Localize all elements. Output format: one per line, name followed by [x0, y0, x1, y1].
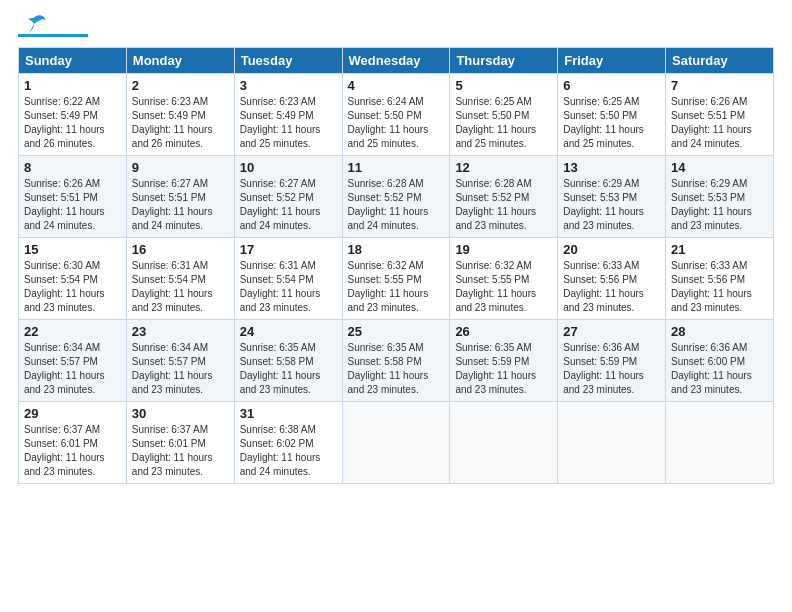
empty-cell — [450, 402, 558, 484]
week-row-1: 1Sunrise: 6:22 AM Sunset: 5:49 PM Daylig… — [19, 74, 774, 156]
day-number: 1 — [24, 78, 121, 93]
day-cell-26: 26Sunrise: 6:35 AM Sunset: 5:59 PM Dayli… — [450, 320, 558, 402]
day-cell-29: 29Sunrise: 6:37 AM Sunset: 6:01 PM Dayli… — [19, 402, 127, 484]
day-cell-10: 10Sunrise: 6:27 AM Sunset: 5:52 PM Dayli… — [234, 156, 342, 238]
day-number: 14 — [671, 160, 768, 175]
header-monday: Monday — [126, 48, 234, 74]
day-info: Sunrise: 6:31 AM Sunset: 5:54 PM Dayligh… — [132, 259, 229, 315]
day-info: Sunrise: 6:33 AM Sunset: 5:56 PM Dayligh… — [563, 259, 660, 315]
day-cell-21: 21Sunrise: 6:33 AM Sunset: 5:56 PM Dayli… — [666, 238, 774, 320]
calendar-header-row: SundayMondayTuesdayWednesdayThursdayFrid… — [19, 48, 774, 74]
day-cell-11: 11Sunrise: 6:28 AM Sunset: 5:52 PM Dayli… — [342, 156, 450, 238]
day-cell-18: 18Sunrise: 6:32 AM Sunset: 5:55 PM Dayli… — [342, 238, 450, 320]
day-number: 5 — [455, 78, 552, 93]
day-number: 8 — [24, 160, 121, 175]
day-cell-24: 24Sunrise: 6:35 AM Sunset: 5:58 PM Dayli… — [234, 320, 342, 402]
day-number: 23 — [132, 324, 229, 339]
day-cell-17: 17Sunrise: 6:31 AM Sunset: 5:54 PM Dayli… — [234, 238, 342, 320]
day-number: 21 — [671, 242, 768, 257]
day-cell-23: 23Sunrise: 6:34 AM Sunset: 5:57 PM Dayli… — [126, 320, 234, 402]
day-info: Sunrise: 6:35 AM Sunset: 5:58 PM Dayligh… — [348, 341, 445, 397]
day-info: Sunrise: 6:23 AM Sunset: 5:49 PM Dayligh… — [132, 95, 229, 151]
day-cell-25: 25Sunrise: 6:35 AM Sunset: 5:58 PM Dayli… — [342, 320, 450, 402]
day-info: Sunrise: 6:28 AM Sunset: 5:52 PM Dayligh… — [455, 177, 552, 233]
day-info: Sunrise: 6:31 AM Sunset: 5:54 PM Dayligh… — [240, 259, 337, 315]
day-info: Sunrise: 6:35 AM Sunset: 5:58 PM Dayligh… — [240, 341, 337, 397]
day-info: Sunrise: 6:26 AM Sunset: 5:51 PM Dayligh… — [24, 177, 121, 233]
day-info: Sunrise: 6:22 AM Sunset: 5:49 PM Dayligh… — [24, 95, 121, 151]
day-cell-4: 4Sunrise: 6:24 AM Sunset: 5:50 PM Daylig… — [342, 74, 450, 156]
day-cell-14: 14Sunrise: 6:29 AM Sunset: 5:53 PM Dayli… — [666, 156, 774, 238]
day-cell-2: 2Sunrise: 6:23 AM Sunset: 5:49 PM Daylig… — [126, 74, 234, 156]
header-tuesday: Tuesday — [234, 48, 342, 74]
day-info: Sunrise: 6:23 AM Sunset: 5:49 PM Dayligh… — [240, 95, 337, 151]
day-cell-19: 19Sunrise: 6:32 AM Sunset: 5:55 PM Dayli… — [450, 238, 558, 320]
logo — [18, 18, 88, 37]
day-info: Sunrise: 6:33 AM Sunset: 5:56 PM Dayligh… — [671, 259, 768, 315]
day-number: 16 — [132, 242, 229, 257]
header-sunday: Sunday — [19, 48, 127, 74]
day-number: 24 — [240, 324, 337, 339]
day-number: 27 — [563, 324, 660, 339]
day-cell-15: 15Sunrise: 6:30 AM Sunset: 5:54 PM Dayli… — [19, 238, 127, 320]
empty-cell — [558, 402, 666, 484]
week-row-5: 29Sunrise: 6:37 AM Sunset: 6:01 PM Dayli… — [19, 402, 774, 484]
day-info: Sunrise: 6:25 AM Sunset: 5:50 PM Dayligh… — [563, 95, 660, 151]
header-friday: Friday — [558, 48, 666, 74]
day-cell-7: 7Sunrise: 6:26 AM Sunset: 5:51 PM Daylig… — [666, 74, 774, 156]
day-info: Sunrise: 6:32 AM Sunset: 5:55 PM Dayligh… — [348, 259, 445, 315]
day-cell-13: 13Sunrise: 6:29 AM Sunset: 5:53 PM Dayli… — [558, 156, 666, 238]
day-number: 4 — [348, 78, 445, 93]
day-number: 9 — [132, 160, 229, 175]
day-info: Sunrise: 6:37 AM Sunset: 6:01 PM Dayligh… — [24, 423, 121, 479]
day-cell-5: 5Sunrise: 6:25 AM Sunset: 5:50 PM Daylig… — [450, 74, 558, 156]
day-number: 19 — [455, 242, 552, 257]
day-info: Sunrise: 6:28 AM Sunset: 5:52 PM Dayligh… — [348, 177, 445, 233]
day-number: 25 — [348, 324, 445, 339]
day-info: Sunrise: 6:24 AM Sunset: 5:50 PM Dayligh… — [348, 95, 445, 151]
day-info: Sunrise: 6:30 AM Sunset: 5:54 PM Dayligh… — [24, 259, 121, 315]
day-number: 29 — [24, 406, 121, 421]
day-info: Sunrise: 6:25 AM Sunset: 5:50 PM Dayligh… — [455, 95, 552, 151]
day-cell-6: 6Sunrise: 6:25 AM Sunset: 5:50 PM Daylig… — [558, 74, 666, 156]
day-info: Sunrise: 6:29 AM Sunset: 5:53 PM Dayligh… — [563, 177, 660, 233]
week-row-2: 8Sunrise: 6:26 AM Sunset: 5:51 PM Daylig… — [19, 156, 774, 238]
day-cell-8: 8Sunrise: 6:26 AM Sunset: 5:51 PM Daylig… — [19, 156, 127, 238]
day-info: Sunrise: 6:35 AM Sunset: 5:59 PM Dayligh… — [455, 341, 552, 397]
day-number: 10 — [240, 160, 337, 175]
day-cell-31: 31Sunrise: 6:38 AM Sunset: 6:02 PM Dayli… — [234, 402, 342, 484]
logo-underline — [18, 34, 88, 37]
day-info: Sunrise: 6:36 AM Sunset: 5:59 PM Dayligh… — [563, 341, 660, 397]
day-number: 6 — [563, 78, 660, 93]
day-cell-9: 9Sunrise: 6:27 AM Sunset: 5:51 PM Daylig… — [126, 156, 234, 238]
day-cell-1: 1Sunrise: 6:22 AM Sunset: 5:49 PM Daylig… — [19, 74, 127, 156]
day-number: 15 — [24, 242, 121, 257]
day-info: Sunrise: 6:32 AM Sunset: 5:55 PM Dayligh… — [455, 259, 552, 315]
day-cell-20: 20Sunrise: 6:33 AM Sunset: 5:56 PM Dayli… — [558, 238, 666, 320]
day-info: Sunrise: 6:36 AM Sunset: 6:00 PM Dayligh… — [671, 341, 768, 397]
day-info: Sunrise: 6:26 AM Sunset: 5:51 PM Dayligh… — [671, 95, 768, 151]
logo-bird-icon — [20, 14, 48, 36]
day-info: Sunrise: 6:37 AM Sunset: 6:01 PM Dayligh… — [132, 423, 229, 479]
day-number: 20 — [563, 242, 660, 257]
header-thursday: Thursday — [450, 48, 558, 74]
day-cell-22: 22Sunrise: 6:34 AM Sunset: 5:57 PM Dayli… — [19, 320, 127, 402]
day-number: 26 — [455, 324, 552, 339]
day-number: 22 — [24, 324, 121, 339]
day-cell-3: 3Sunrise: 6:23 AM Sunset: 5:49 PM Daylig… — [234, 74, 342, 156]
day-number: 3 — [240, 78, 337, 93]
day-cell-30: 30Sunrise: 6:37 AM Sunset: 6:01 PM Dayli… — [126, 402, 234, 484]
day-number: 2 — [132, 78, 229, 93]
day-number: 17 — [240, 242, 337, 257]
day-info: Sunrise: 6:38 AM Sunset: 6:02 PM Dayligh… — [240, 423, 337, 479]
day-number: 11 — [348, 160, 445, 175]
week-row-4: 22Sunrise: 6:34 AM Sunset: 5:57 PM Dayli… — [19, 320, 774, 402]
day-cell-27: 27Sunrise: 6:36 AM Sunset: 5:59 PM Dayli… — [558, 320, 666, 402]
day-number: 7 — [671, 78, 768, 93]
day-cell-12: 12Sunrise: 6:28 AM Sunset: 5:52 PM Dayli… — [450, 156, 558, 238]
day-number: 13 — [563, 160, 660, 175]
day-cell-16: 16Sunrise: 6:31 AM Sunset: 5:54 PM Dayli… — [126, 238, 234, 320]
day-info: Sunrise: 6:34 AM Sunset: 5:57 PM Dayligh… — [132, 341, 229, 397]
empty-cell — [666, 402, 774, 484]
header — [18, 18, 774, 37]
